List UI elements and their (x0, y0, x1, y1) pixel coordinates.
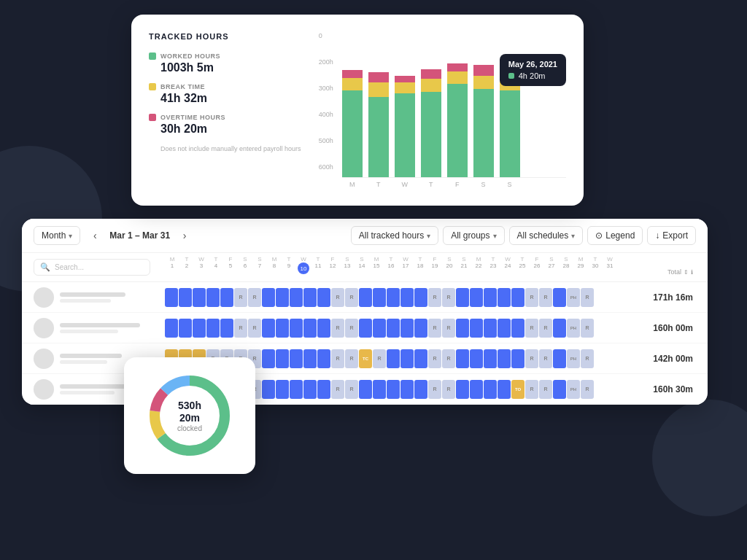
cell-2-21 (456, 349, 469, 368)
legend-icon: ⊙ (595, 230, 603, 241)
export-label: Export (662, 230, 688, 241)
tracked-hours-card: TRACKED HOURS WORKED HOURS 1003h 5m BREA… (131, 15, 584, 206)
cell-3-12: R (331, 380, 344, 399)
person-col-1 (34, 318, 165, 338)
day-header-6: S6 (238, 253, 252, 281)
cell-1-21 (456, 319, 469, 338)
cell-2-8 (276, 349, 289, 368)
cell-0-23 (484, 288, 497, 307)
next-month-button[interactable]: › (176, 227, 193, 244)
worked-label: WORKED HOURS (160, 52, 220, 60)
cell-2-17 (400, 349, 414, 368)
cell-1-27: R (539, 319, 552, 338)
sort-icon: ⇕ (684, 269, 689, 276)
cells-row-0: RRRRRRRRPHR (165, 288, 645, 307)
cell-0-14 (359, 288, 372, 307)
cell-3-21 (456, 380, 469, 399)
cell-3-18 (414, 380, 427, 399)
info-icon: ℹ (691, 269, 693, 276)
cell-2-15: R (373, 349, 386, 368)
cell-3-23 (484, 380, 497, 399)
cell-0-10 (303, 288, 317, 307)
cell-0-30: R (581, 288, 594, 307)
day-header-19: F19 (427, 253, 442, 281)
tracked-note: Does not include manually entered payrol… (149, 144, 301, 154)
day-header-23: T23 (486, 253, 500, 281)
cell-0-25 (511, 288, 525, 307)
cells-row-1: RRRRRRRRPHR (165, 319, 645, 338)
cell-0-11 (317, 288, 330, 307)
cell-3-8 (276, 380, 289, 399)
cell-0-15 (373, 288, 386, 307)
role-line-2 (60, 360, 107, 364)
export-icon: ↓ (655, 230, 659, 241)
tooltip-date: May 26, 2021 (508, 60, 557, 69)
cell-1-0 (165, 319, 178, 338)
bar-break-0 (342, 78, 363, 90)
day-header-30: T30 (588, 253, 603, 281)
cell-3-11 (317, 380, 330, 399)
cell-3-9 (290, 380, 303, 399)
cell-0-27: R (539, 288, 552, 307)
hours-filter-button[interactable]: All tracked hours ▾ (351, 226, 438, 245)
prev-month-button[interactable]: ‹ (86, 227, 104, 244)
search-input[interactable]: 🔍 Search... (34, 259, 150, 276)
person-info-3 (60, 384, 129, 394)
bar-chart-tooltip: May 26, 2021 4h 20m (500, 54, 566, 86)
role-line-3 (60, 391, 115, 394)
timesheet-toolbar: Month ▾ ‹ Mar 1 – Mar 31 › All tracked h… (22, 219, 708, 253)
name-line-0 (60, 292, 125, 297)
cell-0-7 (262, 288, 275, 307)
cell-1-20: R (442, 319, 455, 338)
cell-0-5: R (234, 288, 247, 307)
cell-0-12: R (331, 288, 344, 307)
groups-filter-button[interactable]: All groups ▾ (443, 226, 504, 245)
bar-worked-6 (500, 90, 520, 177)
row-total-2: 142h 00m (645, 354, 696, 364)
break-label: BREAK TIME (160, 83, 205, 90)
cell-2-30: R (581, 349, 594, 368)
cell-1-17 (400, 319, 414, 338)
hours-filter-label: All tracked hours (359, 230, 424, 241)
export-button[interactable]: ↓ Export (647, 226, 696, 245)
cell-0-21 (456, 288, 469, 307)
bar-break-3 (421, 79, 441, 92)
cell-3-24 (498, 380, 511, 399)
cell-1-10 (303, 319, 317, 338)
bar-worked-4 (447, 84, 468, 177)
x-label-6: S (500, 181, 520, 188)
cell-1-13: R (345, 319, 358, 338)
schedules-filter-button[interactable]: All schedules ▾ (509, 226, 584, 245)
month-filter-button[interactable]: Month ▾ (34, 226, 80, 245)
bar-overtime-5 (473, 65, 494, 76)
name-column-header: 🔍 Search... (34, 253, 165, 281)
bar-break-4 (447, 71, 468, 84)
bar-overtime-4 (447, 63, 468, 71)
donut-card: 530h 20m clocked (124, 357, 255, 474)
cell-2-23 (484, 349, 497, 368)
donut-chart: 530h 20m clocked (146, 372, 233, 459)
cell-1-14 (359, 319, 372, 338)
day-header-26: F26 (530, 253, 544, 281)
cell-3-26: R (525, 380, 538, 399)
day-header-12: F12 (325, 253, 340, 281)
legend-button[interactable]: ⊙ Legend (587, 226, 643, 245)
cell-3-30: R (581, 380, 594, 399)
day-header-11: T11 (311, 253, 325, 281)
day-header-1: M1 (165, 253, 179, 281)
day-header-29: M29 (573, 253, 588, 281)
cell-1-26: R (525, 319, 538, 338)
cell-0-24 (498, 288, 511, 307)
month-filter-label: Month (42, 230, 66, 241)
bar-break-2 (395, 82, 415, 93)
day-header-4: T4 (209, 253, 223, 281)
day-header-18: T18 (413, 253, 427, 281)
donut-center: 530h 20m clocked (168, 400, 212, 432)
legend-overtime: OVERTIME HOURS 30h 20m (149, 114, 301, 136)
bar-overtime-1 (368, 72, 389, 82)
cell-3-14 (359, 380, 372, 399)
bar-overtime-3 (421, 69, 441, 79)
grid-header: 🔍 Search... M1T2W3T4F5S6S7M8T9W10T11F12S… (22, 253, 708, 282)
name-line-3 (60, 384, 129, 389)
cell-1-24 (498, 319, 511, 338)
